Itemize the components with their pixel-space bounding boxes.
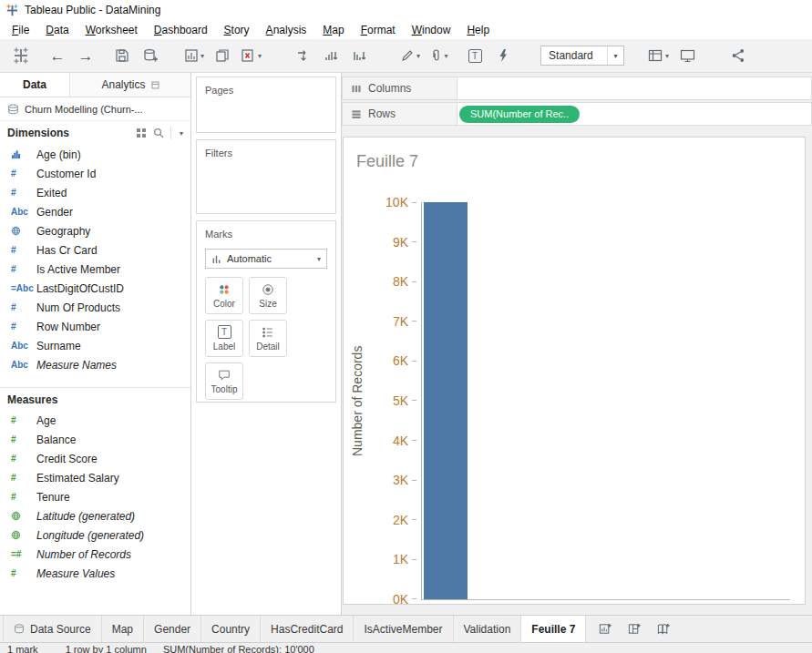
detail-label: Detail [256,342,280,352]
new-worksheet-icon [184,48,199,63]
field-num-of-products[interactable]: # Num Of Products [0,298,190,317]
field-balance[interactable]: # Balance [0,430,190,449]
pane-options-caret-icon[interactable]: ▾ [180,129,183,138]
group-members-button[interactable]: ▾ [428,44,448,67]
field-exited[interactable]: # Exited [0,183,190,202]
tooltip-button[interactable]: Tooltip [205,362,243,400]
field-latitude-generated[interactable]: Latitude (generated) [0,506,190,525]
new-worksheet-button[interactable]: ▾ [184,44,204,67]
field-longitude-generated[interactable]: Longitude (generated) [0,525,190,545]
menu-help[interactable]: Help [458,22,498,38]
menu-file[interactable]: File [4,22,37,38]
rows-pill-sum-number-of-records[interactable]: SUM(Number of Rec.. [459,106,580,123]
tab-map[interactable]: Map [102,616,144,642]
add-data-button[interactable] [140,44,160,67]
tooltip-label: Tooltip [211,384,238,394]
menu-dashboard[interactable]: Dashboard [146,22,216,38]
menu-worksheet[interactable]: Worksheet [77,22,146,38]
tab-analytics[interactable]: Analytics [69,73,190,97]
tab-feuille-7[interactable]: Feuille 7 [521,616,586,642]
share-button[interactable] [728,44,748,67]
menu-data[interactable]: Data [37,22,77,38]
tableau-home-icon[interactable] [11,44,31,67]
marks-buttons: Color Size T Label Detail [205,277,327,400]
size-button[interactable]: Size [249,277,287,314]
tab-label: Data Source [30,623,91,636]
histogram-icon [11,149,36,159]
field-label: Geography [36,225,90,238]
mark-type-dropdown[interactable]: Automatic ▾ [205,249,327,269]
menu-map[interactable]: Map [314,22,352,38]
sort-ascending-button[interactable] [321,44,341,67]
number-icon: # [11,473,36,483]
rows-shelf-label: Rows [342,102,457,126]
chevron-down-icon: ▾ [607,46,623,65]
new-story-button[interactable] [652,622,675,636]
field-age-bin[interactable]: Age (bin) [0,145,190,164]
data-source-item[interactable]: Churn Modelling (Churn-... [0,97,190,121]
field-measure-values[interactable]: # Measure Values [0,564,190,583]
highlight-button[interactable]: ▾ [400,44,420,67]
show-hide-cards-button[interactable]: ▾ [648,44,669,67]
field-tenure[interactable]: # Tenure [0,487,190,506]
duplicate-sheet-button[interactable] [212,44,232,67]
field-estimated-salary[interactable]: # Estimated Salary [0,468,190,487]
menu-window[interactable]: Window [404,22,459,38]
fit-mode-value: Standard [549,49,593,62]
field-geography[interactable]: Geography [0,221,190,240]
view-grid-icon[interactable] [136,128,147,138]
new-worksheet-button[interactable] [593,622,617,636]
field-surname[interactable]: Abc Surname [0,336,190,355]
field-lastdigitofcustid[interactable]: =Abc LastDigitOfCustID [0,279,190,298]
tab-gender[interactable]: Gender [144,616,201,642]
bar-mark[interactable] [424,202,468,599]
rows-shelf[interactable]: SUM(Number of Rec.. [457,102,812,126]
toolbar: ← → ▾ ▾ [0,39,812,73]
back-arrow-icon: ← [50,48,66,64]
pages-shelf[interactable]: Pages [196,77,336,133]
menu-format[interactable]: Format [353,22,404,38]
new-sheet-buttons [586,616,683,642]
presentation-mode-button[interactable] [677,44,697,67]
field-row-number[interactable]: # Row Number [0,317,190,336]
fit-mode-select[interactable]: Standard ▾ [540,46,624,66]
menu-story[interactable]: Story [216,22,258,38]
color-button[interactable]: Color [205,277,243,314]
tab-data-source[interactable]: Data Source [3,616,102,642]
tab-data[interactable]: Data [0,73,69,97]
number-icon: # [11,321,36,332]
swap-rows-columns-button[interactable] [293,44,313,67]
detail-icon [262,326,274,339]
status-bar: 1 mark 1 row by 1 column SUM(Number of R… [0,642,812,653]
tab-country[interactable]: Country [201,616,261,642]
new-worksheet-icon [598,622,612,636]
tab-hascreditcard[interactable]: HasCreditCard [261,616,354,642]
undo-button[interactable]: ← [47,44,67,67]
data-source-name: Churn Modelling (Churn-... [25,104,143,115]
redo-button[interactable]: → [76,44,96,67]
pages-title: Pages [197,77,335,99]
tab-validation[interactable]: Validation [454,616,522,642]
menu-analysis[interactable]: Analysis [258,22,315,38]
new-dashboard-button[interactable] [622,622,646,636]
clear-sheet-button[interactable]: ▾ [241,44,262,67]
field-measure-names[interactable]: Abc Measure Names [0,355,190,374]
tab-isactivemember[interactable]: IsActiveMember [354,616,453,642]
detail-button[interactable]: Detail [249,320,287,357]
field-has-cr-card[interactable]: # Has Cr Card [0,240,190,260]
sort-descending-button[interactable] [349,44,369,67]
columns-shelf[interactable] [457,77,812,100]
field-customer-id[interactable]: # Customer Id [0,164,190,183]
search-icon[interactable] [153,128,164,138]
save-button[interactable] [112,44,132,67]
field-is-active-member[interactable]: # Is Active Member [0,260,190,279]
tab-label: Country [211,623,250,636]
fix-axes-button[interactable] [493,44,513,67]
show-mark-labels-button[interactable]: T [465,44,485,67]
field-age[interactable]: # Age [0,411,190,430]
field-credit-score[interactable]: # Credit Score [0,449,190,468]
field-gender[interactable]: Abc Gender [0,202,190,221]
filters-shelf[interactable]: Filters [196,139,336,214]
field-number-of-records[interactable]: =# Number of Records [0,545,190,564]
label-button[interactable]: T Label [205,320,243,357]
